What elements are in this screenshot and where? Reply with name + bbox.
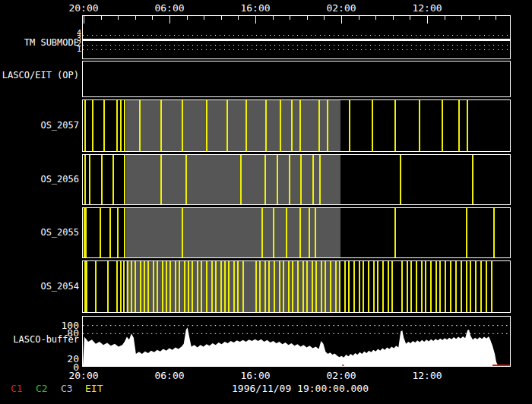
event-line [388, 261, 389, 312]
legend-item-c3: C3 [61, 383, 73, 394]
event-line [185, 155, 187, 204]
event-line [233, 261, 235, 312]
panel-tm-submode [82, 15, 511, 59]
event-line [286, 208, 287, 257]
event-line [277, 155, 278, 204]
event-line [157, 261, 158, 312]
event-line [124, 208, 125, 257]
event-line [312, 261, 313, 312]
event-line [353, 261, 355, 312]
event-line [153, 261, 154, 312]
event-line [430, 261, 432, 312]
event-line [486, 261, 487, 312]
event-line [224, 261, 226, 312]
event-line [85, 208, 87, 257]
event-line [273, 208, 274, 257]
row-label-os-2056: OS_2056 [0, 174, 79, 185]
event-line [292, 261, 293, 312]
event-line [95, 261, 97, 312]
event-line [228, 261, 230, 312]
event-line [192, 261, 193, 312]
event-line [344, 261, 346, 312]
tm-gridline-1 [83, 49, 510, 50]
event-line [124, 100, 125, 151]
event-line [401, 261, 403, 312]
event-line [264, 261, 266, 312]
event-line [265, 100, 267, 151]
top-axis-label-1: 20:00 [67, 2, 100, 14]
event-line [299, 100, 301, 151]
event-line [144, 261, 145, 312]
event-line [259, 261, 261, 312]
event-line [450, 261, 451, 312]
event-line [206, 100, 207, 151]
event-line [120, 261, 122, 312]
event-line [123, 261, 125, 312]
event-line [421, 261, 423, 312]
event-line [315, 208, 316, 257]
tm-submode-value-line [83, 39, 510, 41]
buffer-area-chart [83, 317, 510, 366]
event-line [288, 261, 290, 312]
top-axis-label-4: 02:00 [325, 2, 358, 14]
event-line [400, 155, 401, 204]
legend-item-c2: C2 [36, 383, 48, 394]
buffer-red-marker [342, 365, 344, 366]
event-line [394, 208, 396, 257]
gray-region [126, 100, 340, 151]
event-line [467, 100, 468, 151]
bottom-axis-label-4: 02:00 [325, 370, 358, 381]
event-line [211, 261, 213, 312]
event-line [166, 261, 167, 312]
event-line [184, 261, 185, 312]
buffer-ytick-80: 80 [0, 327, 79, 339]
event-line [368, 261, 369, 312]
event-line [321, 261, 322, 312]
event-line [349, 100, 350, 151]
panel-os-2055 [82, 207, 511, 258]
timestamp: 1996/11/09 19:00:00.000 [232, 383, 369, 394]
event-line [240, 155, 242, 204]
event-line [100, 208, 101, 257]
event-line [147, 261, 149, 312]
event-line [261, 208, 263, 257]
bottom-axis-label-2: 06:00 [153, 370, 186, 381]
bottom-axis-label-5: 12:00 [410, 370, 444, 381]
event-line [116, 261, 118, 312]
panel-lasco-eit-op [82, 61, 511, 97]
event-line [124, 155, 125, 204]
event-line [439, 261, 441, 312]
top-axis-label-2: 06:00 [153, 2, 186, 14]
event-line [442, 100, 443, 151]
event-line [300, 155, 302, 204]
event-line [373, 261, 375, 312]
event-line [182, 100, 183, 151]
event-line [182, 208, 183, 257]
panel-lasco-buffer [82, 316, 511, 367]
event-line [197, 261, 198, 312]
event-line [283, 261, 284, 312]
event-line [226, 100, 228, 151]
event-line [394, 100, 396, 151]
event-line [339, 261, 340, 312]
bottom-axis-label-1: 20:00 [67, 370, 100, 381]
tm-gridline-4 [83, 35, 510, 36]
panel-os-2057 [82, 99, 511, 152]
row-label-os-2054: OS_2054 [0, 281, 79, 292]
event-line [127, 261, 128, 312]
event-line [116, 100, 118, 151]
event-line [274, 261, 275, 312]
event-line [117, 208, 119, 257]
event-line [179, 261, 180, 312]
row-label-os-2057: OS_2057 [0, 120, 79, 131]
event-line [315, 261, 317, 312]
legend-item-c1: C1 [11, 383, 23, 394]
event-line [162, 261, 163, 312]
event-line [435, 261, 437, 312]
row-label-os-2055: OS_2055 [0, 227, 79, 238]
event-line [237, 261, 239, 312]
event-line [92, 100, 93, 151]
event-line [359, 261, 360, 312]
event-line [348, 261, 350, 312]
event-line [280, 100, 281, 151]
